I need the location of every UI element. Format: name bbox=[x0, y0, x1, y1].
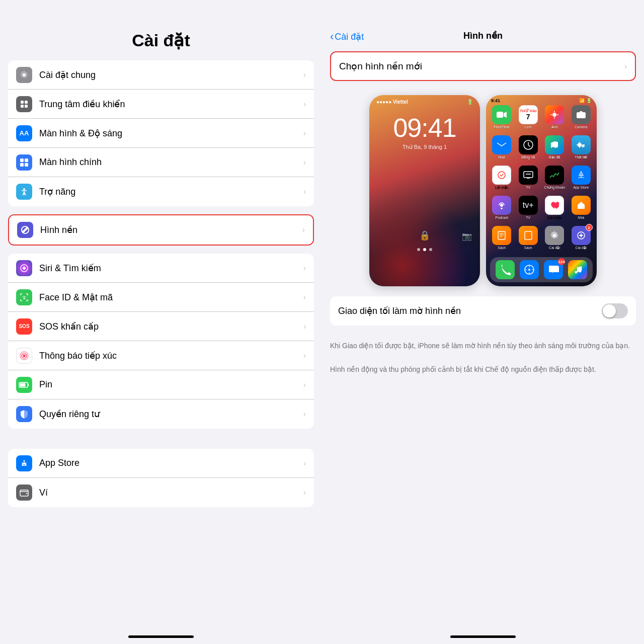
back-button[interactable]: ‹ Cài đặt bbox=[330, 30, 364, 43]
clock-label: Đồng hồ bbox=[521, 155, 535, 159]
svg-rect-18 bbox=[497, 112, 503, 118]
pin-label: Pin bbox=[39, 379, 299, 390]
chevron-icon: › bbox=[303, 459, 306, 468]
settings-group-4: App Store › Ví › bbox=[8, 449, 314, 507]
chevron-icon: › bbox=[303, 380, 306, 389]
settings-item-man-hinh-chinh[interactable]: Màn hình chính › bbox=[8, 148, 314, 177]
podcasts-icon bbox=[492, 196, 511, 215]
settings-item-pin[interactable]: Pin › bbox=[8, 370, 314, 399]
settings-app-label: Cài đặt bbox=[549, 246, 560, 250]
home-indicator-right bbox=[450, 635, 516, 638]
settings-item-thong-bao[interactable]: Thông báo tiếp xúc › bbox=[8, 341, 314, 370]
health-label: Sức khỏe bbox=[547, 216, 562, 220]
svg-rect-2 bbox=[21, 105, 24, 108]
tv-label: TV bbox=[526, 186, 530, 189]
stocks-label: Chứng khoán bbox=[544, 186, 565, 190]
tv-icon bbox=[519, 166, 538, 185]
svg-rect-15 bbox=[20, 383, 26, 386]
home-screen-preview[interactable]: 9:41 📶 🔋 FaceTime THỨ HAI7 bbox=[486, 95, 597, 286]
dock: 124 bbox=[490, 257, 593, 282]
svg-rect-4 bbox=[20, 158, 24, 162]
choose-wallpaper-label: Chọn hình nền mới bbox=[339, 60, 620, 72]
lock-screen-preview[interactable]: ●●●●● Viettel 🔋 09:41 Thứ Ba, 9 tháng 1 … bbox=[369, 95, 480, 286]
app-ibooks: Sách bbox=[517, 226, 540, 253]
settings-item-siri[interactable]: Siri & Tìm kiếm › bbox=[8, 254, 314, 283]
home-icon bbox=[572, 196, 591, 215]
app-apple-tv2: tv+ TV bbox=[517, 196, 540, 223]
left-title: Cài đặt bbox=[10, 30, 312, 50]
lock-dots bbox=[417, 248, 432, 251]
app-stocks: Chứng khoán bbox=[543, 166, 567, 193]
hinh-nen-label: Hình nền bbox=[40, 224, 298, 235]
chevron-icon: › bbox=[303, 187, 306, 196]
gear-icon bbox=[16, 67, 32, 83]
app-photos: Ảnh bbox=[543, 105, 567, 132]
health-icon bbox=[545, 196, 564, 215]
other-icon: 2 bbox=[572, 226, 591, 245]
lock-screen-bg: ●●●●● Viettel 🔋 09:41 Thứ Ba, 9 tháng 1 … bbox=[369, 95, 480, 286]
home-label: Nhà bbox=[578, 216, 584, 219]
siri-label: Siri & Tìm kiếm bbox=[39, 263, 299, 274]
maps-label: Bản đồ bbox=[549, 155, 560, 159]
calendar-label: Lịch bbox=[525, 125, 531, 129]
chevron-icon: › bbox=[303, 322, 306, 331]
lock-time: 09:41 bbox=[393, 113, 456, 143]
chevron-icon: › bbox=[303, 158, 306, 167]
settings-item-cai-dat-chung[interactable]: Cài đặt chung › bbox=[8, 60, 314, 90]
thong-bao-label: Thông báo tiếp xúc bbox=[39, 350, 299, 361]
home-battery: 📶 🔋 bbox=[579, 98, 592, 103]
sos-icon: SOS bbox=[16, 318, 32, 335]
facetime-icon bbox=[492, 105, 511, 124]
app-reminders: Lời nhắc bbox=[490, 166, 514, 193]
right-header: ‹ Cài đặt Hình nền bbox=[322, 0, 644, 47]
appstore-icon bbox=[572, 166, 591, 185]
settings-item-tro-nang[interactable]: Trợ năng › bbox=[8, 177, 314, 206]
chevron-icon: › bbox=[303, 129, 306, 138]
siri-icon bbox=[16, 260, 32, 276]
svg-rect-6 bbox=[20, 163, 24, 167]
app-calendar: THỨ HAI7 Lịch bbox=[517, 105, 540, 132]
svg-point-34 bbox=[528, 269, 530, 271]
settings-item-app-store[interactable]: App Store › bbox=[8, 449, 314, 478]
app-store-label: App Store bbox=[39, 458, 299, 468]
settings-item-quyen-rieng-tu[interactable]: Quyền riêng tư › bbox=[8, 399, 314, 429]
right-panel: ‹ Cài đặt Hình nền Chọn hình nền mới › ●… bbox=[322, 0, 644, 644]
svg-rect-7 bbox=[25, 163, 28, 167]
choose-wallpaper-row[interactable]: Chọn hình nền mới › bbox=[330, 51, 636, 81]
settings-item-man-hinh-do-sang[interactable]: AA Màn hình & Độ sáng › bbox=[8, 119, 314, 148]
settings-item-face-id[interactable]: Face ID & Mật mã › bbox=[8, 283, 314, 312]
cai-dat-chung-label: Cài đặt chung bbox=[39, 69, 299, 80]
accessibility-icon bbox=[16, 184, 32, 200]
svg-point-25 bbox=[582, 144, 585, 147]
camera-icon: 📷 bbox=[462, 231, 472, 241]
sos-label: SOS khẩn cấp bbox=[39, 321, 299, 332]
privacy-icon bbox=[16, 406, 32, 422]
app-facetime: FaceTime bbox=[490, 105, 514, 132]
chevron-icon: › bbox=[303, 410, 306, 419]
svg-rect-30 bbox=[498, 231, 505, 239]
home-screen-icon bbox=[16, 154, 32, 171]
app-settings: Cài đặt bbox=[543, 226, 567, 253]
lock-carrier: ●●●●● Viettel bbox=[376, 99, 408, 105]
app-podcasts: Podcast bbox=[490, 196, 514, 223]
settings-item-hinh-nen[interactable]: Hình nền › bbox=[9, 215, 313, 245]
exposure-notification-icon bbox=[16, 348, 32, 364]
app-appstore: App Store bbox=[570, 166, 593, 193]
svg-point-19 bbox=[552, 113, 556, 117]
right-title: Hình nền bbox=[463, 30, 503, 41]
apple-tv-icon: tv+ bbox=[519, 196, 538, 215]
settings-item-vi[interactable]: Ví › bbox=[8, 478, 314, 507]
app-maps: Bản đồ bbox=[543, 135, 567, 163]
app-camera: Camera bbox=[570, 105, 593, 132]
dark-mode-toggle[interactable] bbox=[602, 303, 628, 318]
mail-label: Mail bbox=[499, 155, 505, 159]
books-icon bbox=[492, 226, 511, 245]
desc-text-2: Hình nền động và thu phóng phối cảnh bị … bbox=[322, 364, 644, 375]
desc-text-1: Khi Giao diện tối được bật, iPhone sẽ là… bbox=[322, 336, 644, 356]
settings-group-3: Siri & Tìm kiếm › Face ID & Mật mã › bbox=[8, 254, 314, 429]
settings-item-sos[interactable]: SOS SOS khẩn cấp › bbox=[8, 312, 314, 341]
clock-icon bbox=[519, 135, 538, 154]
lock-status-bar: ●●●●● Viettel 🔋 bbox=[369, 95, 480, 105]
settings-item-trung-tam[interactable]: Trung tâm điều khiển › bbox=[8, 90, 314, 119]
appstore-label: App Store bbox=[573, 186, 589, 189]
